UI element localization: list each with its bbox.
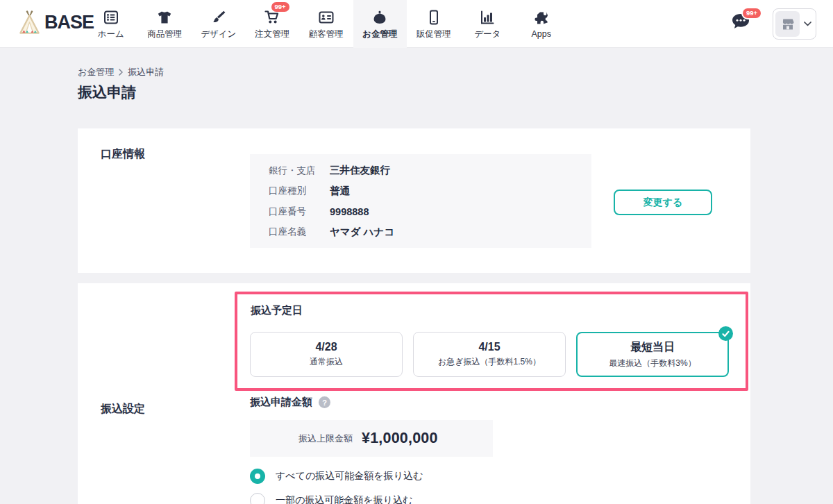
chat-badge: 99+: [741, 7, 762, 19]
radio-unchecked-icon[interactable]: [250, 493, 265, 504]
nav-item-label: 顧客管理: [309, 28, 344, 40]
amount-label-row: 振込申請金額 ?: [250, 396, 330, 409]
chat-button[interactable]: 99+: [730, 11, 755, 39]
tshirt-icon: [157, 8, 172, 25]
schedule-label: 振込予定日: [251, 304, 303, 317]
account-row-type: 口座種別 普通: [269, 181, 591, 202]
limit-label: 振込上限金額: [298, 432, 353, 445]
radio-option-label: 一部の振込可能金額を振り込む: [276, 494, 412, 504]
account-row-label: 銀行・支店: [269, 165, 330, 177]
breadcrumb: お金管理 振込申請: [78, 66, 164, 78]
nav-item-money[interactable]: お金管理: [353, 0, 407, 48]
account-row-value: 9998888: [330, 206, 591, 217]
radio-option-all[interactable]: すべての振込可能金額を振り込む: [250, 469, 423, 484]
base-logo[interactable]: BASE: [18, 9, 94, 35]
phone-icon: [426, 8, 441, 25]
nav-item-label: 販促管理: [416, 28, 451, 40]
account-row-label: 口座番号: [269, 205, 330, 218]
nav-item-design[interactable]: デザイン: [192, 0, 246, 48]
account-row-bank: 銀行・支店 三井住友銀行: [269, 160, 591, 181]
top-nav: BASE ホーム 商品管理: [0, 0, 833, 48]
limit-value: ¥1,000,000: [362, 430, 438, 447]
breadcrumb-current: 振込申請: [128, 66, 164, 78]
page-title: 振込申請: [78, 83, 136, 102]
transfer-settings-card: 振込予定日 4/28 通常振込 4/15 お急ぎ振込（手数料1.5%） 最短当日…: [78, 283, 750, 504]
schedule-option-subtitle: 通常振込: [310, 356, 343, 368]
nav-item-label: Apps: [532, 29, 552, 39]
schedule-option-title: 4/28: [315, 341, 337, 353]
bar-chart-icon: [480, 8, 495, 25]
radio-checked-icon[interactable]: [250, 469, 265, 484]
schedule-option-express[interactable]: 4/15 お急ぎ振込（手数料1.5%）: [413, 332, 566, 377]
schedule-options: 4/28 通常振込 4/15 お急ぎ振込（手数料1.5%） 最短当日 最速振込（…: [250, 332, 729, 377]
nav-item-label: データ: [474, 28, 500, 40]
amount-radio-group: すべての振込可能金額を振り込む 一部の振込可能金額を振り込む: [250, 469, 423, 504]
nav-item-label: ホーム: [98, 28, 124, 40]
schedule-highlight-box: 振込予定日 4/28 通常振込 4/15 お急ぎ振込（手数料1.5%） 最短当日…: [235, 292, 748, 391]
schedule-option-subtitle: 最速振込（手数料3%）: [609, 358, 696, 369]
purse-icon: [372, 8, 387, 25]
schedule-option-title: 4/15: [478, 341, 500, 353]
breadcrumb-chevron-icon: [119, 69, 123, 76]
shop-switcher-dropdown[interactable]: [773, 8, 816, 40]
schedule-option-subtitle: お急ぎ振込（手数料1.5%）: [438, 356, 541, 368]
account-row-value: 三井住友銀行: [330, 164, 591, 177]
radio-option-partial[interactable]: 一部の振込可能金額を振り込む: [250, 493, 423, 504]
check-icon: [718, 326, 733, 341]
puzzle-icon: [534, 9, 549, 26]
account-row-label: 口座名義: [269, 226, 330, 238]
nav-item-label: 商品管理: [147, 28, 182, 40]
change-account-button[interactable]: 変更する: [614, 190, 712, 215]
nav-item-label: 注文管理: [255, 28, 289, 40]
nav-item-data[interactable]: データ: [461, 0, 515, 48]
account-detail-panel: 銀行・支店 三井住友銀行 口座種別 普通 口座番号 9998888 口座名義 ヤ…: [250, 154, 591, 248]
account-row-holder: 口座名義 ヤマダ ハナコ: [269, 222, 591, 243]
storefront-icon: [775, 11, 800, 37]
chevron-down-icon: [804, 22, 811, 26]
nav-item-apps[interactable]: Apps: [514, 0, 569, 48]
tent-logo-icon: [18, 9, 41, 35]
account-info-card: 口座情報 銀行・支店 三井住友銀行 口座種別 普通 口座番号 9998888 口…: [78, 128, 750, 273]
nav-item-label: デザイン: [201, 28, 236, 40]
nav-item-orders[interactable]: 99+ 注文管理: [246, 0, 300, 48]
home-list-icon: [103, 8, 119, 25]
main-menu: ホーム 商品管理 デザイン 99+: [84, 0, 569, 48]
amount-label: 振込申請金額: [250, 396, 312, 409]
orders-badge: 99+: [271, 2, 289, 12]
nav-item-label: お金管理: [362, 28, 397, 40]
account-card-heading: 口座情報: [101, 147, 145, 162]
help-icon[interactable]: ?: [319, 396, 330, 408]
nav-item-promotion[interactable]: 販促管理: [407, 0, 461, 48]
nav-item-products[interactable]: 商品管理: [138, 0, 192, 48]
account-row-label: 口座種別: [269, 185, 330, 197]
account-row-number: 口座番号 9998888: [269, 201, 591, 222]
account-row-value: ヤマダ ハナコ: [330, 226, 591, 239]
contact-card-icon: [319, 8, 334, 25]
nav-item-customers[interactable]: 顧客管理: [299, 0, 353, 48]
brush-icon: [211, 8, 226, 25]
schedule-option-sameday[interactable]: 最短当日 最速振込（手数料3%）: [576, 332, 729, 377]
schedule-option-normal[interactable]: 4/28 通常振込: [250, 332, 403, 377]
transfer-limit-box: 振込上限金額 ¥1,000,000: [250, 420, 493, 457]
account-row-value: 普通: [330, 185, 591, 198]
breadcrumb-parent-link[interactable]: お金管理: [78, 66, 114, 78]
transfer-card-heading: 振込設定: [101, 402, 145, 417]
radio-option-label: すべての振込可能金額を振り込む: [276, 470, 423, 482]
schedule-option-title: 最短当日: [630, 340, 675, 355]
nav-item-home[interactable]: ホーム: [84, 0, 138, 48]
